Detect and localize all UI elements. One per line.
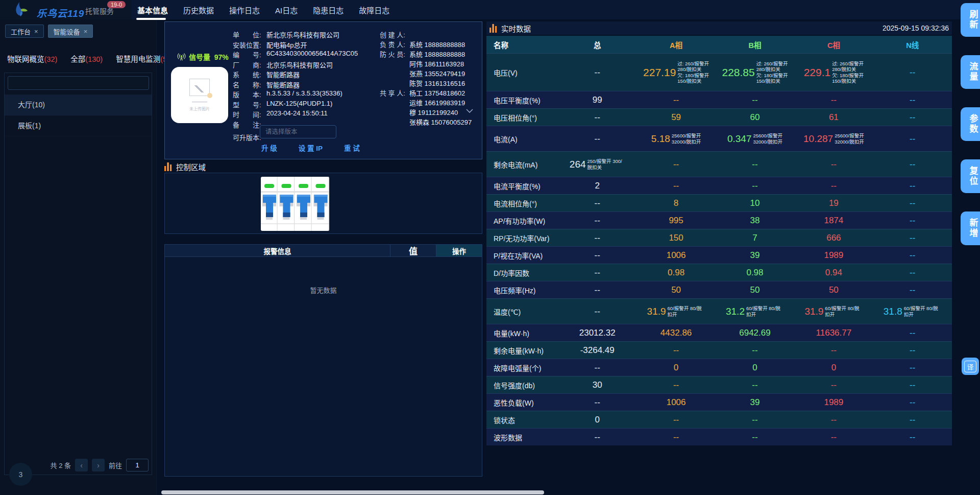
row-label: 锁状态 — [486, 415, 558, 425]
cell-value: 38 — [750, 216, 760, 226]
params-button[interactable]: 参数 — [961, 107, 980, 141]
tree-item[interactable]: 大厅(10) — [5, 95, 152, 115]
cell-value: 39 — [750, 397, 760, 408]
row-cell: -- — [794, 415, 873, 425]
page-chip[interactable]: 工作台× — [5, 25, 44, 38]
category-count: (32) — [44, 55, 58, 63]
cell-value: -- — [673, 95, 679, 105]
upgrade-button[interactable]: 升 级 — [261, 143, 277, 153]
chevron-down-icon[interactable] — [466, 109, 473, 113]
cell-value: -- — [673, 181, 679, 191]
category-label: 全部 — [70, 55, 85, 63]
row-cell: -- — [558, 198, 636, 208]
brand-logo-icon — [12, 1, 31, 18]
brand-logo-text: 乐鸟云119 — [37, 6, 84, 19]
cell-value: -- — [910, 112, 915, 123]
cell-value: -- — [910, 432, 915, 442]
cell-value: -- — [752, 380, 757, 390]
tab-5[interactable]: 隐患日志 — [313, 5, 344, 15]
reset-button[interactable]: 复位 — [961, 159, 980, 193]
row-cell: 1006 — [636, 250, 715, 261]
realtime-timestamp: 2025-09-15 09:32:36 — [883, 24, 949, 32]
cell-value: 31.2 — [726, 306, 745, 317]
horizontal-scrollbar[interactable] — [161, 490, 544, 494]
row-cell: -- — [873, 216, 952, 226]
table-row: AP/有功功率(W)--995381874-- — [486, 211, 952, 229]
cell-value: -- — [595, 285, 600, 295]
cell-value: -- — [752, 415, 757, 425]
page-number-input[interactable] — [126, 459, 149, 472]
close-icon[interactable]: × — [34, 28, 38, 35]
refresh-button[interactable]: 刷新 — [961, 3, 980, 37]
detail-tabs-bar: 基本信息历史数据操作日志AI日志隐患日志故障日志 — [131, 0, 980, 19]
cell-value: -- — [910, 415, 915, 425]
search-input[interactable] — [8, 76, 149, 90]
row-cell: 0 — [636, 363, 715, 373]
cell-value: 50 — [671, 285, 681, 295]
field-value: h.3.5.33 / s.3.5.33(35336) — [266, 89, 342, 100]
field-label: 厂 商: — [233, 60, 266, 70]
row-cell: 4432.86 — [636, 328, 715, 338]
tab-1[interactable]: 基本信息 — [137, 5, 168, 15]
tab-6[interactable]: 故障日志 — [359, 5, 389, 15]
field-label: 版 本: — [233, 89, 266, 100]
cell-value: 61 — [829, 112, 839, 123]
next-page-button[interactable]: › — [92, 459, 105, 472]
translate-button[interactable]: 译 — [962, 358, 979, 375]
row-cell: -- — [873, 250, 952, 261]
set-ip-button[interactable]: 设 置 IP — [299, 143, 323, 153]
field-value: 6C4334030000656414A73C05 — [266, 50, 358, 60]
row-cell: 6942.69 — [716, 328, 794, 338]
contact-row: 共 享 人:杨工 13754818602 — [380, 88, 472, 98]
cell-value: 1006 — [667, 250, 686, 261]
floating-count-badge[interactable]: 3 — [9, 463, 32, 486]
row-cell: 1874 — [794, 216, 873, 226]
row-cell: 50 — [794, 285, 873, 295]
realtime-table: 名称总A相B相C相N线 电压(V)--227.19过: 260/报警开280/脱… — [486, 36, 952, 445]
realtime-header: 实时数据 2025-09-15 09:32:36 — [486, 21, 952, 35]
retry-button[interactable]: 重 试 — [344, 143, 360, 153]
cell-value: 228.85 — [722, 66, 754, 79]
category-tab-2[interactable]: 全部(130) — [70, 53, 103, 64]
row-cell: -- — [794, 159, 873, 170]
cell-value: 1989 — [824, 250, 843, 261]
device-photo-placeholder[interactable]: 未上传图片 — [171, 67, 228, 123]
tree-item[interactable]: 展板(1) — [5, 115, 152, 136]
circuit-breaker-image[interactable] — [261, 177, 329, 231]
category-tab-1[interactable]: 物联网概览(32) — [7, 53, 57, 64]
cell-value: -- — [673, 415, 679, 425]
row-label: 电压频率(Hz) — [486, 285, 558, 295]
row-cell: -- — [558, 216, 636, 226]
cell-value: -- — [910, 233, 915, 243]
realtime-col-1: 名称 — [486, 39, 558, 50]
cell-value: -- — [831, 380, 837, 390]
add-button[interactable]: 新增 — [961, 211, 980, 245]
cell-value: 227.19 — [643, 66, 676, 79]
contact-value: 穆 19112199240 — [409, 107, 458, 117]
cell-value: 50 — [829, 285, 839, 295]
cell-value: 1989 — [824, 397, 843, 408]
row-cell: -- — [873, 95, 952, 105]
table-row: 电流(A)--5.1825600/报警开32000/脱扣开0.34725600/… — [486, 126, 952, 151]
close-icon[interactable]: × — [84, 28, 88, 35]
table-row: 信号强度(db)30-------- — [486, 376, 952, 393]
device-contacts: 创 建 人:负 责 人:系统 18888888888防 火 员:系统 18888… — [380, 30, 472, 127]
cell-value: -- — [673, 159, 679, 170]
row-cell: -- — [873, 397, 952, 408]
cell-value: 6942.69 — [739, 328, 770, 338]
traffic-button[interactable]: 流量 — [961, 55, 980, 89]
row-cell: -- — [873, 198, 952, 208]
tab-2[interactable]: 历史数据 — [183, 5, 214, 15]
cell-value: -- — [910, 216, 915, 226]
tab-3[interactable]: 操作日志 — [229, 5, 260, 15]
cell-value: 31.8 — [884, 306, 902, 317]
prev-page-button[interactable]: ‹ — [75, 459, 88, 472]
device-field: 时 间:2023-04-24 15:50:11 — [233, 109, 358, 120]
cell-value: 0.98 — [746, 268, 763, 278]
cell-value: -- — [910, 285, 915, 295]
page-chip[interactable]: 智能设备× — [48, 25, 93, 38]
version-select[interactable]: 请选择版本 — [260, 125, 336, 138]
row-cell: -- — [873, 268, 952, 278]
threshold-line: 25600/报警开 — [835, 133, 864, 139]
tab-4[interactable]: AI日志 — [275, 5, 298, 15]
